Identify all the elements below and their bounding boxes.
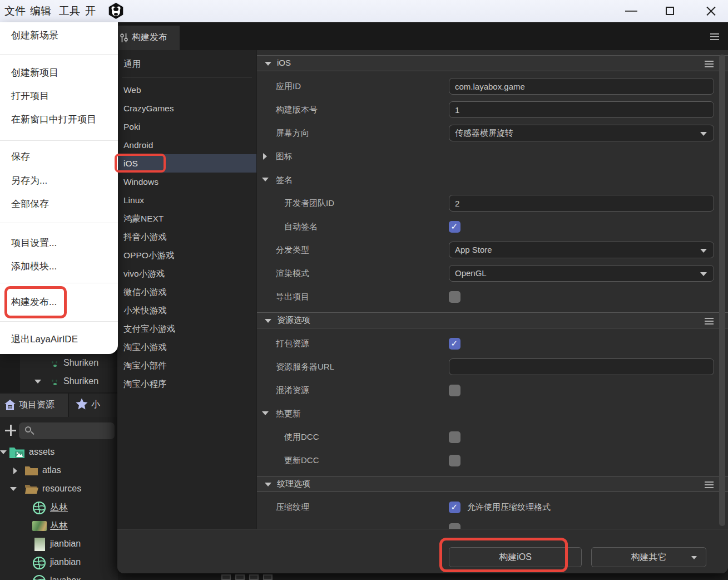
orientation-select[interactable]: 传感器横屏旋转 bbox=[449, 125, 714, 141]
tab-build-publish[interactable]: 构建发布 bbox=[117, 26, 180, 50]
render-mode-select[interactable]: OpenGL bbox=[449, 265, 714, 282]
platform-item-crazygames[interactable]: CrazyGames bbox=[117, 99, 256, 117]
platform-item-taobao-miniapp[interactable]: 淘宝小程序 bbox=[117, 375, 256, 393]
minimize-button[interactable] bbox=[618, 0, 644, 22]
hierarchy-item-shuriken[interactable]: Shuriken bbox=[20, 356, 118, 373]
tab-favorites[interactable]: 小 bbox=[69, 394, 118, 417]
platform-item-harmony-next[interactable]: 鸿蒙NEXT bbox=[117, 209, 256, 228]
update-dcc-checkbox[interactable]: ✓ bbox=[449, 455, 460, 466]
platform-item-vivo[interactable]: vivo小游戏 bbox=[117, 264, 256, 283]
chevron-down-icon bbox=[700, 249, 707, 253]
asset-search-input[interactable] bbox=[19, 422, 115, 439]
compress-texture-checkbox[interactable]: ✓ bbox=[449, 502, 460, 513]
tree-item-scene-layabox[interactable]: layabox bbox=[0, 572, 118, 580]
platform-item-android[interactable]: Android bbox=[117, 136, 256, 154]
distribution-select[interactable]: App Store bbox=[449, 242, 714, 258]
dialog-menu-icon[interactable] bbox=[710, 33, 719, 40]
maximize-button[interactable] bbox=[657, 0, 683, 22]
background-toolbar-icon bbox=[249, 574, 259, 580]
team-id-input[interactable] bbox=[449, 195, 714, 212]
use-dcc-label: 使用DCC bbox=[284, 429, 319, 445]
auto-sign-checkbox[interactable]: ✓ bbox=[449, 221, 460, 233]
check-icon: ✓ bbox=[451, 502, 458, 512]
tab-project-resources[interactable]: 项目资源 bbox=[0, 394, 68, 417]
annotation-build-publish-menu bbox=[4, 286, 67, 318]
close-button[interactable] bbox=[697, 0, 723, 22]
assets-folder-icon bbox=[9, 446, 25, 461]
obfuscate-checkbox[interactable]: ✓ bbox=[449, 385, 460, 396]
menu-develop[interactable]: 开发 bbox=[82, 0, 108, 22]
platform-item-linux[interactable]: Linux bbox=[117, 191, 256, 209]
tree-item-gradient-jianbian[interactable]: jianbian bbox=[0, 535, 118, 554]
platform-item-web[interactable]: Web bbox=[117, 81, 256, 99]
menu-item-open-project[interactable]: 打开项目 bbox=[0, 87, 118, 106]
section-header-texture[interactable]: 纹理选项 bbox=[257, 476, 728, 492]
platform-item-taobao-game[interactable]: 淘宝小游戏 bbox=[117, 338, 256, 356]
platform-item-windows[interactable]: Windows bbox=[117, 173, 256, 191]
platform-item-poki[interactable]: Poki bbox=[117, 117, 256, 136]
platform-item-douyin[interactable]: 抖音小游戏 bbox=[117, 228, 256, 246]
menu-tools[interactable]: 工具 bbox=[56, 0, 83, 22]
tree-item-assets[interactable]: assets bbox=[0, 444, 118, 462]
build-other-button[interactable]: 构建其它 bbox=[591, 547, 706, 567]
hierarchy-item-shuriken[interactable]: Shuriken bbox=[20, 374, 118, 391]
menu-separator bbox=[0, 223, 118, 223]
app-id-input[interactable] bbox=[449, 78, 714, 95]
menu-item-save-as[interactable]: 另存为... bbox=[0, 171, 118, 190]
menu-item-save-all[interactable]: 全部保存 bbox=[0, 195, 118, 214]
maximize-icon bbox=[666, 7, 674, 15]
platform-item-wechat[interactable]: 微信小游戏 bbox=[117, 283, 256, 301]
icon-group-row[interactable]: 图标 bbox=[276, 148, 293, 165]
hot-update-group-row[interactable]: 热更新 bbox=[276, 405, 301, 422]
platform-item-taobao-widget[interactable]: 淘宝小部件 bbox=[117, 356, 256, 375]
tree-item-atlas[interactable]: atlas bbox=[0, 462, 118, 480]
scene-globe-icon bbox=[32, 556, 46, 572]
menu-item-exit-ide[interactable]: 退出LayaAirIDE bbox=[0, 330, 118, 349]
settings-panel: iOS 应用ID 构建版本号 屏幕方向 传感器横屏旋转 图标 签名 开发者团队I… bbox=[256, 50, 728, 529]
menu-edit[interactable]: 编辑 bbox=[27, 0, 55, 22]
section-menu-icon[interactable] bbox=[705, 481, 714, 488]
use-dcc-checkbox[interactable]: ✓ bbox=[449, 431, 460, 443]
add-asset-button[interactable] bbox=[3, 424, 18, 438]
check-icon: ✓ bbox=[451, 338, 458, 348]
platform-item-alipay[interactable]: 支付宝小游戏 bbox=[117, 320, 256, 338]
background-toolbar-icon bbox=[221, 574, 231, 580]
platform-item-general[interactable]: 通用 bbox=[117, 55, 256, 73]
menu-item-project-settings[interactable]: 项目设置... bbox=[0, 234, 118, 253]
team-id-label: 开发者团队ID bbox=[284, 195, 334, 212]
check-icon: ✓ bbox=[451, 222, 458, 232]
platform-item-oppo[interactable]: OPPO小游戏 bbox=[117, 246, 256, 264]
tree-item-resources[interactable]: resources bbox=[0, 480, 118, 499]
section-menu-icon[interactable] bbox=[705, 318, 714, 325]
tree-item-scene-jianbian[interactable]: jianbian bbox=[0, 554, 118, 572]
clipped-checkbox[interactable] bbox=[449, 523, 460, 529]
section-header-resources[interactable]: 资源选项 bbox=[257, 312, 728, 328]
bottom-panel-tabbar: 项目资源 小 bbox=[0, 392, 118, 417]
signing-group-row[interactable]: 签名 bbox=[276, 171, 293, 188]
list-separator bbox=[122, 77, 252, 77]
tree-item-scene-conglin[interactable]: 丛林 bbox=[0, 499, 118, 517]
tree-item-image-conglin[interactable]: 丛林 bbox=[0, 517, 118, 535]
menu-item-open-in-new-window[interactable]: 在新窗口中打开项目 bbox=[0, 110, 118, 129]
expanded-icon[interactable] bbox=[10, 487, 17, 491]
section-menu-icon[interactable] bbox=[705, 61, 714, 67]
build-number-label: 构建版本号 bbox=[276, 101, 318, 118]
menu-item-new-project[interactable]: 创建新项目 bbox=[0, 63, 118, 82]
menu-item-new-scene[interactable]: 创建新场景 bbox=[0, 26, 118, 45]
menu-item-save[interactable]: 保存 bbox=[0, 148, 118, 166]
compress-texture-option-label: 允许使用压缩纹理格式 bbox=[467, 499, 551, 515]
menu-file[interactable]: 文件 bbox=[1, 0, 29, 22]
collapsed-icon[interactable] bbox=[13, 468, 17, 474]
build-number-input[interactable] bbox=[449, 101, 714, 118]
menu-item-add-module[interactable]: 添加模块... bbox=[0, 257, 118, 276]
menu-separator bbox=[0, 54, 118, 55]
expanded-icon bbox=[262, 411, 269, 415]
section-header-ios[interactable]: iOS bbox=[257, 55, 728, 71]
export-project-checkbox[interactable]: ✓ bbox=[449, 291, 460, 303]
pack-resources-checkbox[interactable]: ✓ bbox=[449, 338, 460, 350]
settings-scrollbar[interactable] bbox=[719, 55, 725, 526]
menu-separator bbox=[0, 283, 118, 283]
server-url-input[interactable] bbox=[449, 358, 714, 375]
expanded-icon[interactable] bbox=[0, 450, 7, 454]
platform-item-xiaomi[interactable]: 小米快游戏 bbox=[117, 301, 256, 320]
